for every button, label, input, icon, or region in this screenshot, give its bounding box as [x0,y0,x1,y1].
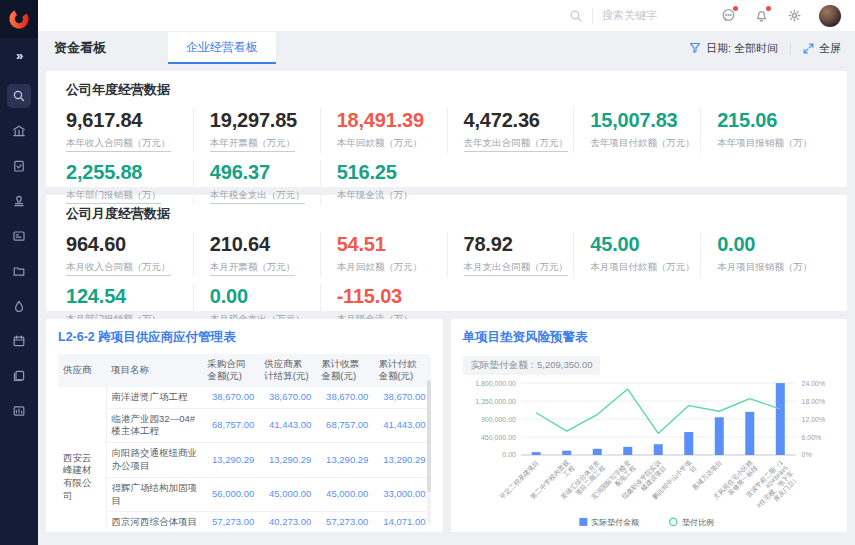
global-search[interactable]: 搜索关键字 [569,8,657,23]
kpi-label[interactable]: 本年开票额（万元） [210,137,296,152]
tab-enterprise-board[interactable]: 企业经营看板 [168,32,276,64]
kpi-value: 78.92 [464,233,570,256]
amount-cell[interactable]: 41,443.00 [373,408,430,443]
sidebar-id-card-icon[interactable] [7,224,31,248]
risk-chart-title: 单项目垫资风险预警表 [463,329,836,346]
kpi-value: 0.00 [717,233,823,256]
amount-cell[interactable]: 45,000.00 [316,477,373,512]
bar[interactable] [531,452,540,455]
amount-cell[interactable]: 13,290.29 [316,443,373,478]
amount-cell[interactable]: 38,670.00 [202,387,259,408]
kpi-value: 124.54 [66,285,189,308]
kpi-cell: 45.00本月项目付款额（万元） [573,232,700,277]
bar[interactable] [592,449,601,455]
date-filter-label: 日期: 全部时间 [706,41,778,56]
annual-kpi-grid: 9,617.84本年收入合同额（万元）19,297.85本年开票额（万元）18,… [66,108,827,205]
sidebar-calendar-icon[interactable] [7,329,31,353]
settings-gear-icon[interactable] [786,8,802,24]
bar[interactable] [745,412,754,455]
bar[interactable] [562,451,571,455]
project-name-cell: 临港产业园32—04#楼主体工程 [106,408,202,443]
kpi-cell: 0.00本月项目报销额（万） [700,232,827,277]
kpi-label[interactable]: 本年税金支出（万元） [210,189,305,204]
kpi-cell: 9,617.84本年收入合同额（万元） [66,108,193,153]
kpi-label[interactable]: 本年收入合同额（万元） [66,137,171,152]
kpi-value: 964.60 [66,233,189,256]
amount-cell[interactable]: 13,290.29 [373,443,430,478]
sidebar-folder-icon[interactable] [7,259,31,283]
right-axis-tick: 6.00% [801,434,821,441]
risk-bar-line-chart[interactable]: 0.000%450,000.006.00%900,000.0012.00%1,3… [463,377,836,529]
table-column-header: 累计付款金额(元) [373,354,430,387]
amount-cell[interactable]: 56,000.00 [202,477,259,512]
amount-cell[interactable]: 38,670.00 [373,387,430,408]
sidebar-bank-icon[interactable] [7,119,31,143]
bar[interactable] [653,444,662,455]
app-logo[interactable] [0,0,38,38]
kpi-label[interactable]: 本月收入合同额（万元） [66,261,171,276]
sidebar-expand-icon[interactable]: » [16,48,22,63]
amount-cell[interactable]: 45,000.00 [259,477,316,512]
date-filter[interactable]: 日期: 全部时间 [689,41,778,56]
tab-funds-board[interactable]: 资金看板 [54,39,106,57]
table-scrollbar-thumb[interactable] [427,380,431,492]
sidebar-documents-icon[interactable] [7,364,31,388]
kpi-cell: 15,007.83去年项目付款额（万元） [573,108,700,153]
bar[interactable] [775,383,784,455]
legend-label[interactable]: 实际垫付金额 [591,518,639,527]
kpi-cell: 54.51本月回款额（万元） [320,232,447,277]
sidebar-report-icon[interactable] [7,399,31,423]
kpi-label: 去年项目付款额（万元） [590,137,695,150]
kpi-label[interactable]: 本月开票额（万元） [210,261,296,276]
table-row: 临港产业园32—04#楼主体工程68,757.0041,443.0068,757… [58,408,431,443]
app-root: » [0,0,855,545]
topbar: 搜索关键字 [38,0,855,32]
bar[interactable] [623,447,632,455]
amount-cell[interactable]: 57,273.00 [316,512,373,526]
kpi-value: 496.37 [210,161,316,184]
kpi-value: 0.00 [210,285,316,308]
x-axis-label: 嘉城万达项目 [690,459,723,492]
sidebar: » [0,0,38,545]
amount-cell[interactable]: 68,757.00 [202,408,259,443]
payable-table-card: L2-6-2 跨项目供应商应付管理表 供应商项目名称采购合同金额(元)供应商累计… [46,319,443,532]
amount-cell[interactable]: 68,757.00 [316,408,373,443]
kpi-label[interactable]: 本月支出合同额（万元） [464,261,569,276]
kpi-cell: 516.25本年现金流（万） [320,160,447,205]
legend-circle-icon[interactable] [669,518,676,525]
kpi-cell: 210.64本月开票额（万元） [193,232,320,277]
amount-cell[interactable]: 38,670.00 [259,387,316,408]
amount-cell[interactable]: 38,670.00 [316,387,373,408]
fullscreen-button[interactable]: 全屏 [803,41,841,56]
ratio-line[interactable] [536,389,780,433]
messages-icon[interactable] [720,8,736,24]
sidebar-stamp-icon[interactable] [7,189,31,213]
legend-label[interactable]: 垫付比例 [682,518,714,527]
amount-cell[interactable]: 13,290.29 [259,443,316,478]
kpi-label[interactable]: 本年部门报销额（万） [66,189,161,204]
amount-cell[interactable]: 13,290.29 [202,443,259,478]
table-row: 得辉广场结构加固项目56,000.0045,000.0045,000.0033,… [58,477,431,512]
sidebar-clipboard-check-icon[interactable] [7,154,31,178]
search-placeholder: 搜索关键字 [602,8,657,23]
amount-cell[interactable]: 41,443.00 [259,408,316,443]
sidebar-ink-drop-icon[interactable] [7,294,31,318]
kpi-label[interactable]: 去年支出合同额（万元） [464,137,569,152]
kpi-cell: 19,297.85本年开票额（万元） [193,108,320,153]
bar[interactable] [714,417,723,455]
amount-cell[interactable]: 14,071.00 [373,512,430,526]
left-axis-tick: 1,800,000.00 [475,380,516,387]
amount-cell[interactable]: 57,273.00 [202,512,259,526]
bar[interactable] [684,432,693,455]
filter-funnel-icon [689,42,701,54]
sidebar-search-icon[interactable] [7,84,31,108]
table-column-header: 供应商 [58,354,106,387]
notifications-bell-icon[interactable] [753,8,769,24]
legend-square-icon[interactable] [579,518,587,526]
table-scrollbar[interactable] [427,380,431,524]
user-avatar[interactable] [819,5,841,27]
amount-cell[interactable]: 33,000.00 [373,477,430,512]
table-column-header: 采购合同金额(元) [202,354,259,387]
amount-cell[interactable]: 40,273.00 [259,512,316,526]
left-axis-tick: 450,000.00 [480,434,515,441]
